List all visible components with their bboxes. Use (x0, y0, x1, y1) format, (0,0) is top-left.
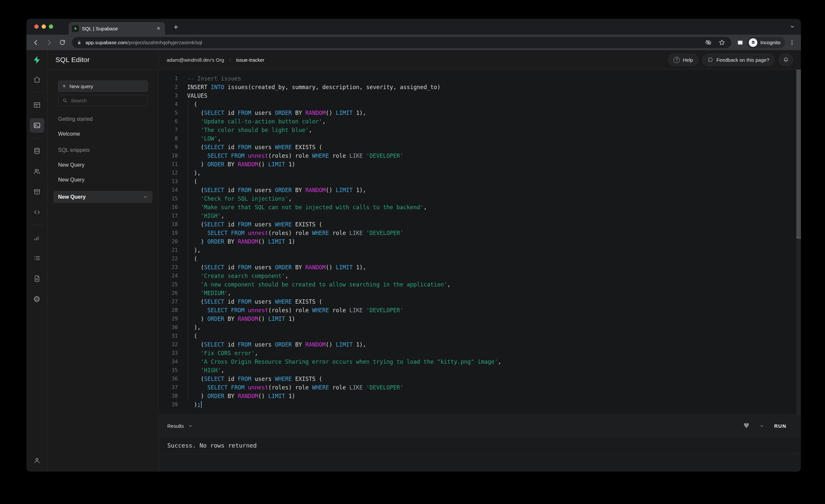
url-path: /project/azahtnhqohyjerzaxtmk/sql (127, 40, 202, 45)
tab-close-icon[interactable]: ✕ (155, 25, 162, 32)
reports-icon[interactable] (30, 230, 44, 245)
close-window-button[interactable] (34, 24, 39, 29)
code-line: 20 ) ORDER BY RANDOM() LIMIT 1) (159, 237, 801, 246)
browser-window: SQL | Supabase ✕ + app.supabase.com/proj… (26, 19, 801, 472)
account-icon[interactable] (30, 453, 44, 468)
editor-scrollbar-thumb[interactable] (796, 70, 801, 238)
code-line: 35 'HIGH', (159, 366, 801, 375)
browser-tab[interactable]: SQL | Supabase ✕ (69, 22, 165, 34)
browser-toolbar: app.supabase.com/project/azahtnhqohyjerz… (26, 34, 801, 50)
plus-icon: + (62, 83, 66, 90)
incognito-label: Incognito (760, 40, 780, 45)
sidebar-item-new-query-active[interactable]: New Query (54, 191, 152, 203)
minimize-window-button[interactable] (42, 24, 46, 29)
back-icon[interactable] (30, 37, 42, 48)
results-bar: Results ♥ RUN (159, 415, 801, 437)
docs-icon[interactable] (30, 271, 44, 286)
auth-users-icon[interactable] (30, 164, 44, 178)
chevron-down-icon[interactable] (143, 195, 148, 199)
code-line: 24 'Create search component', (159, 272, 801, 280)
notifications-button[interactable] (778, 54, 793, 66)
line-number: 10 (159, 151, 178, 160)
line-number: 9 (159, 143, 178, 151)
tab-search-chevron-icon[interactable] (790, 24, 795, 29)
code-line: 11 ) ORDER BY RANDOM() LIMIT 1) (159, 160, 801, 169)
supabase-logo-icon[interactable] (26, 50, 47, 69)
code-icon[interactable] (30, 205, 44, 219)
tab-strip: SQL | Supabase ✕ + (26, 19, 801, 34)
eye-off-icon[interactable] (703, 38, 713, 48)
sidebar-item-new-query-1[interactable]: New Query (58, 162, 148, 168)
line-number: 34 (159, 357, 178, 366)
new-query-button[interactable]: + New query (58, 80, 148, 92)
line-number: 33 (159, 349, 178, 357)
line-number: 17 (159, 212, 178, 220)
supabase-app: ⚙ SQL Editor + New query (26, 50, 801, 472)
zoom-window-button[interactable] (49, 24, 53, 29)
code-lines: 1-- Insert issues2INSERT INTO issues(cre… (159, 74, 801, 409)
reload-icon[interactable] (57, 37, 68, 48)
indent-guide (188, 100, 189, 401)
code-line: 38 ) ORDER BY RANDOM() LIMIT 1) (159, 392, 801, 401)
sidebar-item-welcome[interactable]: Welcome (58, 131, 148, 137)
feedback-button[interactable]: Feedback on this page? (702, 54, 774, 66)
line-number: 2 (159, 83, 178, 91)
breadcrumb-org[interactable]: adam@windmill.dev's Org (167, 57, 224, 63)
code-line: 21 ), (159, 246, 801, 255)
database-icon[interactable] (30, 144, 44, 158)
line-number: 24 (159, 272, 178, 280)
line-number: 14 (159, 186, 178, 195)
code-line: 9 (SELECT id FROM users WHERE EXISTS ( (159, 143, 801, 151)
code-line: 10 SELECT FROM unnest(roles) role WHERE … (159, 151, 801, 160)
code-line: 31 ( (159, 332, 801, 340)
line-number: 36 (159, 375, 178, 383)
home-icon[interactable] (30, 72, 44, 87)
code-line: 1-- Insert issues (159, 74, 801, 83)
line-number: 35 (159, 366, 178, 375)
new-tab-button[interactable]: + (171, 22, 181, 32)
logs-icon[interactable] (30, 251, 44, 265)
code-line: 8 'LOW', (159, 134, 801, 143)
code-line: 4 ( (159, 100, 801, 109)
code-line: 14 (SELECT id FROM users ORDER BY RANDOM… (159, 186, 801, 195)
code-line: 26 'MEDIUM', (159, 289, 801, 297)
new-query-button-label: New query (70, 83, 93, 89)
code-line: 30 ), (159, 323, 801, 332)
line-number: 13 (159, 177, 178, 186)
code-editor[interactable]: 1-- Insert issues2INSERT INTO issues(cre… (159, 70, 801, 415)
settings-gear-icon[interactable]: ⚙ (30, 292, 44, 306)
editor-scrollbar-track[interactable] (796, 70, 801, 415)
line-number: 28 (159, 306, 178, 314)
line-number: 21 (159, 246, 178, 255)
line-number: 3 (159, 91, 178, 100)
sql-editor-icon[interactable] (30, 118, 44, 133)
chevron-down-icon[interactable] (759, 424, 764, 428)
line-number: 16 (159, 203, 178, 212)
forward-icon[interactable] (44, 37, 55, 48)
results-dropdown[interactable]: Results (167, 423, 193, 429)
code-line: 17 'HIGH', (159, 212, 801, 220)
bookmark-star-icon[interactable] (717, 38, 727, 48)
breadcrumb-project[interactable]: issue-tracker (236, 57, 264, 63)
code-line: 32 (SELECT id FROM users ORDER BY RANDOM… (159, 340, 801, 349)
line-number: 8 (159, 134, 178, 143)
address-bar[interactable]: app.supabase.com/project/azahtnhqohyjerz… (72, 37, 731, 48)
table-editor-icon[interactable] (30, 98, 44, 112)
search-input[interactable] (71, 98, 144, 103)
section-label-sql-snippets: SQL snippets (58, 147, 148, 153)
line-number: 19 (159, 229, 178, 237)
help-button[interactable]: ? Help (668, 54, 698, 66)
lock-icon (77, 40, 82, 45)
code-line: 36 (SELECT id FROM users WHERE EXISTS ( (159, 375, 801, 383)
code-line: 29 ) ORDER BY RANDOM() LIMIT 1) (159, 314, 801, 323)
side-panel-icon[interactable] (735, 38, 745, 48)
menu-dots-icon[interactable] (787, 38, 797, 48)
code-line: 27 (SELECT id FROM users WHERE EXISTS ( (159, 297, 801, 306)
section-label-getting-started: Getting started (58, 116, 148, 122)
feedback-button-label: Feedback on this page? (717, 57, 769, 63)
favorite-heart-icon[interactable]: ♥ (743, 423, 749, 429)
sidebar-item-new-query-2[interactable]: New Query (58, 177, 148, 183)
line-number: 25 (159, 280, 178, 289)
run-button[interactable]: RUN (774, 423, 786, 429)
storage-icon[interactable] (30, 185, 44, 199)
